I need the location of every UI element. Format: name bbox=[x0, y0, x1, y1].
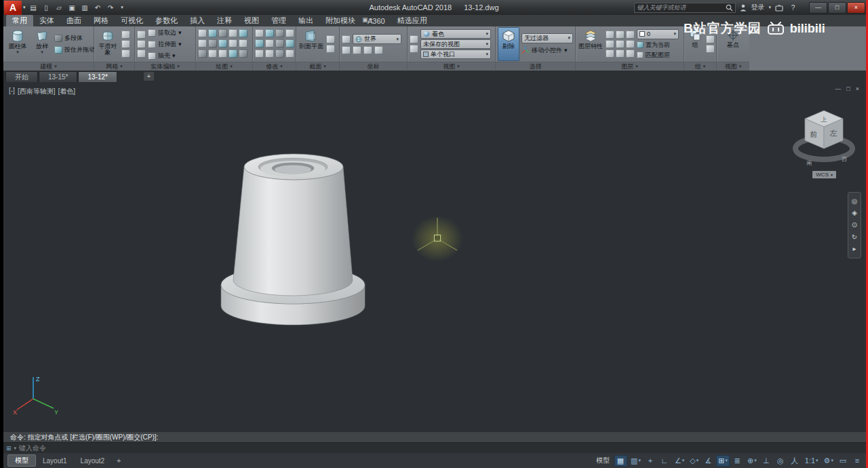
panel-title-solid-editing[interactable]: 实体编辑 ▾ bbox=[135, 62, 195, 71]
panel-title-selection[interactable]: 选择 bbox=[496, 62, 575, 71]
solid-edit-button[interactable]: 抽壳 ▾ bbox=[148, 51, 182, 61]
qat-button[interactable]: ↶ bbox=[92, 2, 104, 13]
ribbon-tab[interactable]: 实体 bbox=[33, 15, 60, 26]
draw-tool-icon[interactable] bbox=[198, 39, 207, 47]
draw-tool-icon[interactable] bbox=[198, 50, 207, 58]
drawing-canvas[interactable]: [-] [西南等轴测] [着色] — □ × bbox=[3, 82, 866, 432]
modify-tool-icon[interactable] bbox=[275, 50, 284, 58]
doc-restore-button[interactable]: □ bbox=[846, 85, 850, 92]
command-customize-icon[interactable]: ⊞ bbox=[6, 445, 12, 452]
ribbon-tab[interactable]: 输出 bbox=[292, 15, 319, 26]
add-layout-button[interactable]: + bbox=[114, 456, 123, 465]
status-toggle[interactable]: ▦ bbox=[614, 455, 627, 467]
qat-button[interactable]: ▱ bbox=[54, 2, 65, 13]
qat-customize-arrow-icon[interactable]: ▾ bbox=[117, 2, 128, 13]
draw-tool-icon[interactable] bbox=[229, 39, 237, 47]
panel-title-view-tail[interactable]: 视图 ▾ bbox=[717, 62, 749, 71]
mesh-tool-icon[interactable] bbox=[121, 40, 130, 48]
command-input[interactable] bbox=[19, 444, 868, 452]
draw-tool-icon[interactable] bbox=[198, 29, 207, 37]
file-tab[interactable]: 13-15* bbox=[39, 71, 77, 82]
navbar-button[interactable]: ◎ bbox=[852, 198, 858, 205]
panel-title-draw[interactable]: 绘图 ▾ bbox=[196, 62, 252, 71]
recent-commands-arrow-icon[interactable]: ▾ bbox=[14, 446, 17, 451]
status-toggle[interactable]: 1:1 ▾ bbox=[803, 455, 821, 467]
modify-tool-icon[interactable] bbox=[265, 29, 274, 37]
panel-title-groups[interactable]: 组 ▾ bbox=[684, 62, 716, 71]
draw-tool-icon[interactable] bbox=[208, 29, 217, 37]
ribbon-tab[interactable]: 注释 bbox=[211, 15, 238, 26]
panel-title-section[interactable]: 截面 ▾ bbox=[296, 62, 339, 71]
viewport-tool-icon[interactable] bbox=[410, 45, 418, 53]
ribbon-tab[interactable]: 视图 bbox=[238, 15, 265, 26]
viewcube-front-label[interactable]: 前 bbox=[810, 130, 818, 138]
visual-style-controls-button[interactable]: [着色] bbox=[58, 87, 75, 96]
mesh-tool-icon[interactable] bbox=[121, 50, 130, 58]
status-toggle[interactable]: ∟ bbox=[658, 455, 671, 467]
visual-style-dropdown[interactable]: 着色 ▾ bbox=[420, 29, 491, 39]
section-tool-icon[interactable] bbox=[326, 45, 335, 53]
status-toggle[interactable]: ⊞ ▾ bbox=[716, 455, 730, 467]
navbar-button[interactable]: ▸ bbox=[852, 246, 856, 252]
smooth-object-button[interactable]: 平滑对象 bbox=[96, 27, 119, 61]
modify-tool-icon[interactable] bbox=[285, 50, 294, 58]
layer-properties-button[interactable]: 图层特性 bbox=[578, 27, 604, 61]
restore-button[interactable]: □ bbox=[828, 2, 846, 14]
panel-title-mesh[interactable]: 网格 ▾ bbox=[94, 62, 134, 71]
presspull-button[interactable]: 按住并拖动 bbox=[54, 45, 95, 55]
doc-close-button[interactable]: × bbox=[856, 85, 859, 92]
viewport-tool-icon[interactable] bbox=[410, 35, 418, 43]
loft-button[interactable]: 放样 ▾ bbox=[32, 27, 52, 61]
viewport-config-dropdown[interactable]: 单个视口 ▾ bbox=[420, 50, 491, 59]
layer-tool-icon[interactable] bbox=[616, 40, 625, 48]
wcs-button[interactable]: WCS ▾ bbox=[812, 171, 836, 178]
application-menu-button[interactable]: A bbox=[4, 1, 22, 15]
panel-title-view-controls[interactable]: 视图 ▾ bbox=[408, 62, 495, 71]
solid-edit-button[interactable]: 拉伸面 ▾ bbox=[148, 39, 182, 50]
status-toggle[interactable]: ⊕ ▾ bbox=[745, 455, 759, 467]
qat-button[interactable]: ▥ bbox=[79, 2, 91, 13]
ucs-tool-icon[interactable] bbox=[342, 46, 351, 54]
section-plane-button[interactable]: 剖面平面 bbox=[298, 27, 324, 61]
layer-tool-icon[interactable] bbox=[616, 50, 625, 58]
boolean-union-icon[interactable] bbox=[137, 31, 146, 39]
status-toggle[interactable]: ≣ bbox=[731, 455, 744, 467]
viewcube-side-label[interactable]: 左 bbox=[830, 129, 837, 137]
ucs-tool-icon[interactable] bbox=[374, 46, 383, 54]
draw-tool-icon[interactable] bbox=[208, 50, 217, 58]
search-icon[interactable] bbox=[726, 4, 733, 12]
close-button[interactable]: × bbox=[847, 2, 865, 14]
modify-tool-icon[interactable] bbox=[255, 50, 264, 58]
layer-tool-icon[interactable] bbox=[626, 31, 635, 39]
layer-tool-icon[interactable] bbox=[606, 31, 614, 39]
draw-tool-icon[interactable] bbox=[239, 39, 248, 47]
status-toggle[interactable]: ▭ bbox=[837, 455, 850, 467]
layer-dropdown[interactable]: 0 ▾ bbox=[637, 29, 679, 39]
ribbon-tab[interactable]: 可视化 bbox=[115, 15, 149, 26]
panel-title-modeling[interactable]: 建模 ▾ bbox=[3, 62, 94, 71]
status-toggle[interactable]: ∠ ▾ bbox=[673, 455, 686, 467]
ribbon-tab[interactable]: 精选应用 bbox=[391, 15, 433, 26]
status-toggle[interactable]: ∡ bbox=[702, 455, 715, 467]
layer-tool-icon[interactable] bbox=[606, 40, 614, 48]
solid-model[interactable] bbox=[214, 142, 373, 335]
qat-button[interactable]: ↷ bbox=[105, 2, 117, 13]
compass-west-label[interactable]: 西 bbox=[842, 156, 847, 162]
draw-tool-icon[interactable] bbox=[239, 29, 248, 37]
qat-button[interactable]: ▯ bbox=[41, 2, 52, 13]
new-drawing-tab-button[interactable]: + bbox=[144, 72, 154, 81]
layout-tab[interactable]: 模型 bbox=[7, 454, 36, 467]
selection-filter-dropdown[interactable]: 无过滤器 ▾ bbox=[521, 33, 573, 43]
modify-tool-icon[interactable] bbox=[265, 50, 274, 58]
layer-tool-icon[interactable] bbox=[616, 31, 625, 39]
status-toggle[interactable]: ⊥ bbox=[760, 455, 773, 467]
ucs-tool-icon[interactable] bbox=[353, 46, 361, 54]
panel-title-layers[interactable]: 图层 ▾ bbox=[576, 62, 684, 71]
boolean-intersect-icon[interactable] bbox=[137, 50, 146, 58]
viewport-controls-button[interactable]: [-] bbox=[9, 87, 15, 96]
draw-tool-icon[interactable] bbox=[239, 50, 248, 58]
navbar-button[interactable]: ⊙ bbox=[852, 222, 857, 229]
draw-tool-icon[interactable] bbox=[229, 50, 237, 58]
draw-tool-icon[interactable] bbox=[208, 39, 217, 47]
search-input[interactable] bbox=[637, 4, 724, 11]
